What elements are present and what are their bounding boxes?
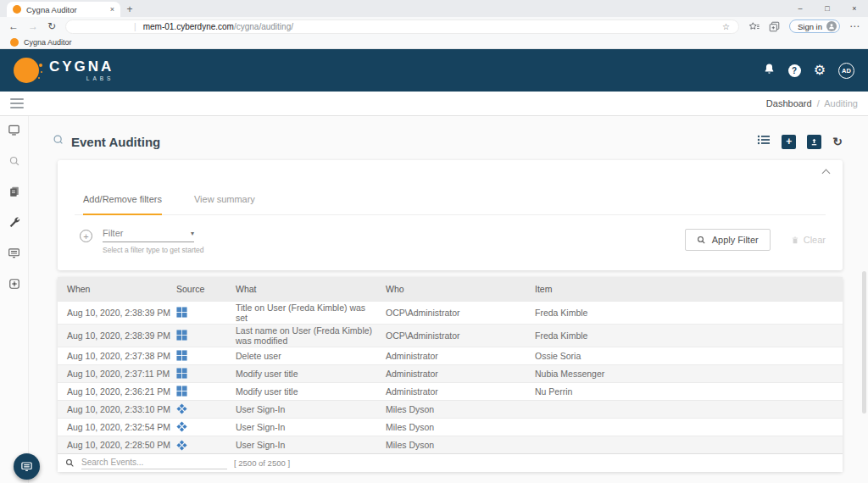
apply-filter-button[interactable]: Apply Filter [685,229,771,251]
events-table-body: Aug 10, 2020, 2:38:39 PM Title on User (… [58,301,843,453]
forward-icon[interactable]: → [28,21,38,31]
col-when[interactable]: When [58,277,176,301]
col-source[interactable]: Source [176,277,236,301]
search-icon [697,236,706,245]
export-button[interactable] [807,135,821,149]
breadcrumb: Dashboard / Auditing [766,98,858,108]
col-what[interactable]: What [236,277,386,301]
events-count: [ 2500 of 2500 ] [234,458,290,468]
tab-view-summary[interactable]: View summary [194,194,255,214]
title-actions: + ↻ [757,134,843,149]
event-what: User Sign-In [236,436,386,453]
menu-hamburger-icon[interactable] [10,98,24,108]
table-header-row: When Source What Who Item [58,277,843,301]
cygna-logo-text: CYGNA LABS [49,59,114,81]
window-close-button[interactable]: × [841,0,868,17]
breadcrumb-dashboard[interactable]: Dashboard [766,98,812,108]
event-who: Miles Dyson [386,436,535,453]
table-footer: [ 2500 of 2500 ] [58,453,843,472]
event-when: Aug 10, 2020, 2:38:39 PM [58,324,176,347]
refresh-icon[interactable]: ↻ [832,135,843,148]
event-row[interactable]: Aug 10, 2020, 2:38:39 PM Title on User (… [58,301,843,324]
settings-gear-icon[interactable]: ⚙ [814,64,826,77]
events-table-card: When Source What Who Item Aug 10, 2020, … [58,277,843,472]
browser-toolbar: ← → ↻ | mem-01.cyberdyne.com /cygna/audi… [0,17,868,36]
scrollbar-thumb[interactable] [862,271,866,414]
tab-close-icon[interactable]: × [110,5,114,14]
header-actions: ? ⚙ AD [763,63,854,79]
filter-tabs: Add/Remove filters View summary [75,160,826,215]
event-item [535,400,843,418]
more-menu-icon[interactable]: ⋯ [849,21,860,31]
clear-filter-button[interactable]: Clear [791,235,826,245]
back-icon[interactable]: ← [8,21,19,31]
bookmark-label[interactable]: Cygna Auditor [24,38,72,47]
favorites-list-icon[interactable] [748,21,760,32]
new-tab-button[interactable]: + [120,2,139,17]
event-when: Aug 10, 2020, 2:37:38 PM [58,347,176,364]
address-bar[interactable]: | mem-01.cyberdyne.com /cygna/auditing/ … [65,19,739,34]
col-who[interactable]: Who [386,277,535,301]
event-row[interactable]: Aug 10, 2020, 2:37:38 PM Delete user Adm… [58,347,843,364]
minimize-button[interactable]: – [787,0,814,17]
search-events-input[interactable] [81,457,227,469]
sidebar-item-reports[interactable] [8,186,20,201]
col-item[interactable]: Item [535,277,843,301]
filter-type-select[interactable]: Filter ▾ Select a filter type to get sta… [103,228,194,254]
event-what: User Sign-In [236,418,386,436]
add-filter-icon[interactable]: + [80,230,92,242]
sidebar-item-messages[interactable] [8,247,20,263]
sign-in-button[interactable]: Sign in [789,19,840,33]
sidebar-item-dashboard[interactable] [8,124,20,140]
event-what: Delete user [236,347,386,364]
event-row[interactable]: Aug 10, 2020, 2:28:50 PM User Sign-In Mi… [58,436,843,453]
sign-in-label: Sign in [798,22,822,31]
clear-filter-label: Clear [804,235,826,245]
events-table: When Source What Who Item Aug 10, 2020, … [58,277,843,453]
breadcrumb-separator: / [817,98,820,108]
url-path: /cygna/auditing/ [234,22,293,31]
add-button[interactable]: + [782,135,796,149]
browser-tab-strip: Cygna Auditor × + – □ × [0,0,868,17]
favorite-star-icon[interactable]: ☆ [722,22,730,31]
event-who: OCP\Administrator [386,324,535,347]
notifications-bell-icon[interactable] [763,63,776,79]
bookmark-favicon [10,38,19,47]
maximize-button[interactable]: □ [814,0,841,17]
feedback-message-icon [20,460,33,473]
event-who: Miles Dyson [386,418,535,436]
search-events-icon [65,458,75,468]
windows-source-icon [176,350,187,361]
event-item: Nu Perrin [535,382,843,400]
filter-helper-text: Select a filter type to get started [103,246,194,254]
event-when: Aug 10, 2020, 2:37:11 PM [58,364,176,382]
event-row[interactable]: Aug 10, 2020, 2:38:39 PM Last name on Us… [58,324,843,347]
signin-source-icon [176,421,187,432]
sidebar-item-integrations[interactable] [8,278,20,293]
event-what: Last name on User (Freda Kimble) was mod… [236,324,386,347]
event-row[interactable]: Aug 10, 2020, 2:33:10 PM User Sign-In Mi… [58,400,843,418]
event-source [176,324,236,347]
sidebar-item-search[interactable] [8,155,20,170]
browser-window: Cygna Auditor × + – □ × ← → ↻ | mem-01.c… [0,0,868,483]
trash-icon [791,236,799,245]
bookmarks-bar: Cygna Auditor [0,36,868,49]
event-item [535,436,843,453]
feedback-button[interactable] [14,453,40,480]
event-row[interactable]: Aug 10, 2020, 2:37:11 PM Modify user tit… [58,364,843,382]
browser-tab[interactable]: Cygna Auditor × [7,2,120,17]
event-who: OCP\Administrator [386,301,535,324]
sidebar-item-tools[interactable] [8,216,20,231]
event-what: Title on User (Freda Kimble) was set [236,301,386,324]
sidebar-rail [0,116,29,483]
collections-icon[interactable] [769,21,780,32]
event-row[interactable]: Aug 10, 2020, 2:32:54 PM User Sign-In Mi… [58,418,843,436]
reload-icon[interactable]: ↻ [47,21,56,31]
event-row[interactable]: Aug 10, 2020, 2:36:21 PM Modify user tit… [58,382,843,400]
cygna-logo-icon[interactable] [14,58,39,83]
help-icon[interactable]: ? [788,64,801,77]
view-list-icon[interactable] [757,134,771,149]
logo-sub-text: LABS [49,75,114,81]
tab-add-remove-filters[interactable]: Add/Remove filters [83,194,162,215]
user-avatar[interactable]: AD [838,63,854,79]
